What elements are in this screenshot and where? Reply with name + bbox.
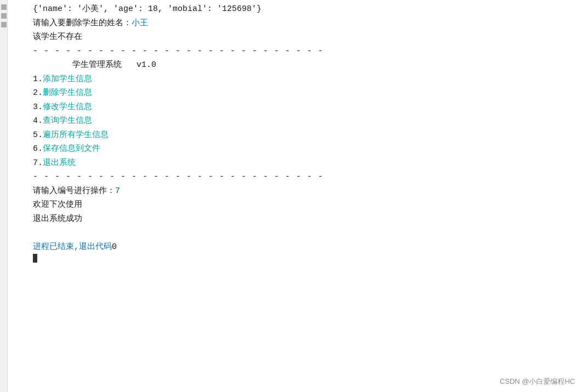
menu-num-3: 3. (33, 100, 43, 115)
menu-item-5: 遍历所有学生信息 (43, 128, 109, 143)
output-line-18: 进程已结束,退出代码0 (33, 240, 577, 254)
output-line-9: 4.查询学生信息 (33, 114, 577, 128)
line17-empty (33, 226, 38, 240)
separator-2: - - - - - - - - - - - - - - - - - - - - … (33, 170, 323, 184)
output-line-6: 1.添加学生信息 (33, 72, 577, 87)
menu-num-5: 5. (33, 128, 43, 143)
output-line-1: {'name': '小美', 'age': 18, 'mobial': '125… (33, 2, 577, 16)
output-line-2: 请输入要删除学生的姓名：小王 (33, 16, 577, 31)
menu-item-3: 修改学生信息 (43, 100, 92, 115)
line14-input: 7 (115, 184, 120, 198)
menu-num-4: 4. (33, 114, 43, 128)
menu-item-7: 退出系统 (43, 156, 76, 171)
output-line-10: 5.遍历所有学生信息 (33, 128, 577, 143)
output-line-5: 学生管理系统 v1.0 (33, 58, 577, 72)
output-line-7: 2.删除学生信息 (33, 86, 577, 100)
menu-num-7: 7. (33, 156, 43, 171)
line14-prompt: 请输入编号进行操作： (33, 184, 115, 198)
menu-num-2: 2. (33, 86, 43, 100)
line18-text: 进程已结束,退出代码 (33, 240, 112, 254)
output-line-15: 欢迎下次使用 (33, 198, 577, 212)
output-line-12: 7.退出系统 (33, 156, 577, 171)
menu-item-4: 查询学生信息 (43, 114, 92, 128)
system-title: 学生管理系统 v1.0 (33, 58, 156, 72)
terminal-output: {'name': '小美', 'age': 18, 'mobial': '125… (0, 0, 586, 265)
output-line-16: 退出系统成功 (33, 212, 577, 226)
watermark: CSDN @小白爱编程HC (500, 377, 575, 387)
line2-prompt: 请输入要删除学生的姓名： (33, 16, 132, 31)
output-line-4: - - - - - - - - - - - - - - - - - - - - … (33, 44, 577, 59)
output-line-3: 该学生不存在 (33, 30, 577, 44)
terminal-cursor (33, 254, 37, 263)
output-line-19 (33, 254, 577, 263)
output-line-17 (33, 226, 577, 240)
output-line-11: 6.保存信息到文件 (33, 142, 577, 156)
separator-1: - - - - - - - - - - - - - - - - - - - - … (33, 44, 323, 59)
menu-num-1: 1. (33, 72, 43, 87)
line15-text: 欢迎下次使用 (33, 198, 82, 212)
line3-text: 该学生不存在 (33, 30, 82, 44)
line16-text: 退出系统成功 (33, 212, 82, 226)
watermark-text: CSDN @小白爱编程HC (500, 377, 575, 385)
line2-input: 小王 (132, 16, 148, 31)
menu-item-1: 添加学生信息 (43, 72, 92, 87)
menu-num-6: 6. (33, 142, 43, 156)
output-line-8: 3.修改学生信息 (33, 100, 577, 115)
menu-item-6: 保存信息到文件 (43, 142, 100, 156)
output-line-14: 请输入编号进行操作：7 (33, 184, 577, 198)
output-line-13: - - - - - - - - - - - - - - - - - - - - … (33, 170, 577, 184)
menu-item-2: 删除学生信息 (43, 86, 92, 100)
line1-text: {'name': '小美', 'age': 18, 'mobial': '125… (33, 2, 261, 16)
line18-code: 0 (112, 240, 117, 254)
